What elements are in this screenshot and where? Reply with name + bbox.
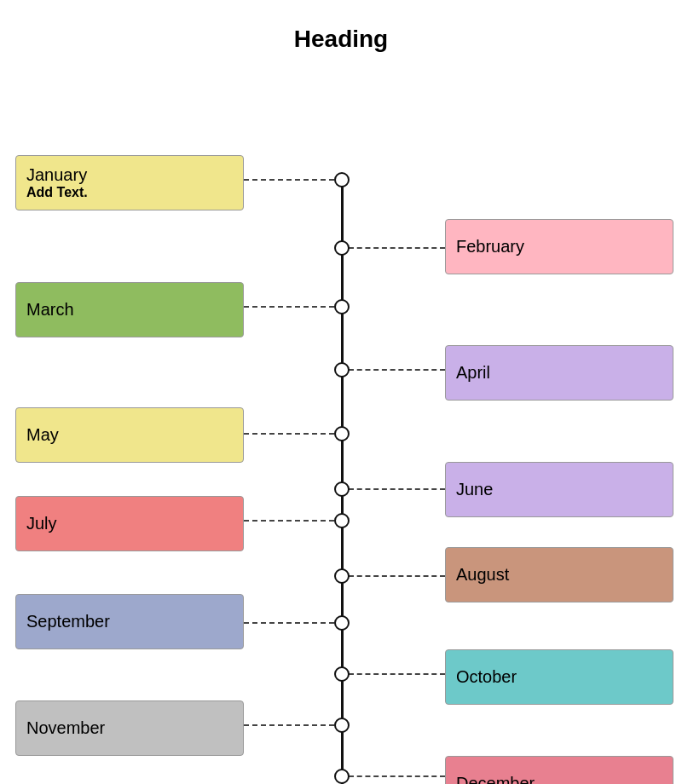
node-may	[334, 426, 350, 441]
connector-september	[244, 622, 334, 624]
month-box-april: April	[445, 345, 673, 401]
node-october	[334, 666, 350, 682]
node-february	[334, 240, 350, 256]
node-april	[334, 362, 350, 378]
node-july	[334, 513, 350, 528]
month-box-march: March	[15, 282, 244, 337]
month-box-july: July	[15, 496, 244, 551]
month-box-december: December	[445, 756, 673, 784]
connector-december	[349, 775, 445, 777]
node-august	[334, 568, 350, 584]
connector-june	[349, 488, 445, 490]
node-march	[334, 299, 350, 314]
connector-may	[244, 433, 334, 435]
connector-march	[244, 306, 334, 308]
month-box-june: June	[445, 462, 673, 517]
page-title: Heading	[0, 0, 682, 70]
node-june	[334, 481, 350, 497]
connector-january	[244, 179, 334, 181]
connector-november	[244, 724, 334, 726]
node-november	[334, 718, 350, 733]
month-box-november: November	[15, 700, 244, 756]
month-box-may: May	[15, 407, 244, 463]
january-sublabel: Add Text.	[26, 185, 88, 200]
connector-february	[349, 247, 445, 249]
connector-october	[349, 673, 445, 675]
node-december	[334, 769, 350, 784]
connector-august	[349, 575, 445, 577]
january-label: January	[26, 165, 88, 185]
month-box-october: October	[445, 649, 673, 705]
connector-july	[244, 520, 334, 522]
month-box-september: September	[15, 594, 244, 649]
month-box-january: JanuaryAdd Text.	[15, 155, 244, 210]
month-box-august: August	[445, 547, 673, 602]
connector-april	[349, 369, 445, 371]
month-box-february: February	[445, 219, 673, 274]
timeline-container: JanuaryAdd Text.FebruaryMarchAprilMayJun…	[0, 70, 682, 784]
node-january	[334, 172, 350, 187]
node-september	[334, 615, 350, 631]
